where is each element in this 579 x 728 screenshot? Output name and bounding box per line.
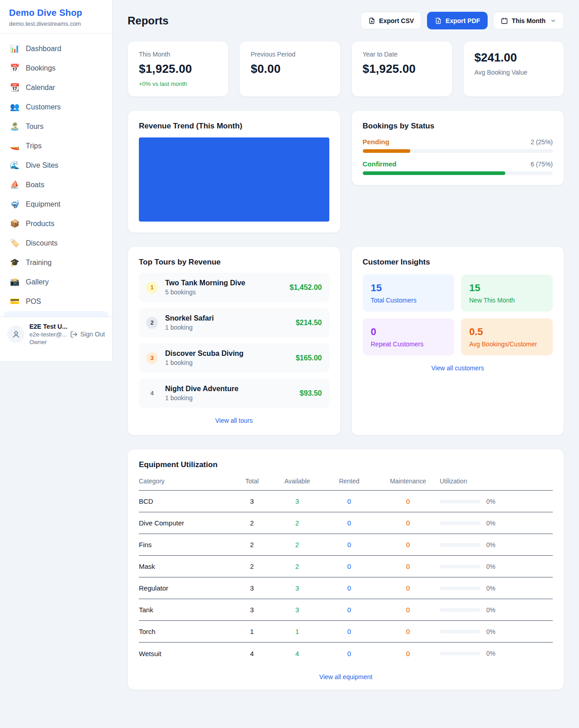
calendar-outline-icon	[501, 17, 508, 24]
user-info: E2E Test U... e2e-tester@... Owner	[29, 323, 65, 345]
shop-domain: demo.test.divestreams.com	[9, 20, 103, 27]
tour-amount: $93.50	[300, 389, 322, 397]
tours-island-icon: 🏝️	[10, 123, 19, 130]
stat-value: $1,925.00	[139, 62, 217, 76]
wave-icon: 🌊	[10, 161, 19, 169]
charts-row: Revenue Trend (This Month) Bookings by S…	[128, 110, 564, 233]
shop-name[interactable]: Demo Dive Shop	[9, 8, 103, 18]
progress-fill	[363, 171, 505, 175]
sidebar-item-gallery[interactable]: 📸 Gallery	[4, 272, 109, 292]
utilization-bar	[440, 500, 480, 503]
sidebar-item-discounts[interactable]: 🏷️ Discounts	[4, 233, 109, 253]
customers-icon: 👥	[10, 103, 19, 111]
sidebar-item-pos[interactable]: 💳 POS	[4, 292, 109, 311]
bookings-calendar-icon: 📅	[10, 64, 19, 72]
stat-value: $1,925.00	[363, 62, 441, 76]
top-tours-title: Top Tours by Revenue	[139, 258, 329, 267]
sidebar-item-boats[interactable]: ⛵ Boats	[4, 175, 109, 194]
avatar	[7, 326, 24, 343]
tour-name: Night Dive Adventure	[165, 385, 238, 393]
sidebar-item-products[interactable]: 📦 Products	[4, 214, 109, 233]
table-row: BCD 3 3 0 0 0%	[139, 491, 553, 512]
sidebar-item-equipment[interactable]: 🤿 Equipment	[4, 194, 109, 214]
status-label: Pending	[363, 138, 389, 146]
stat-delta: +0% vs last month	[139, 80, 217, 87]
stat-value: $0.00	[251, 62, 329, 76]
sidebar-item-training[interactable]: 🎓 Training	[4, 253, 109, 272]
stat-card-year-to-date: Year to Date $1,925.00	[351, 41, 452, 97]
export-csv-button[interactable]: Export CSV	[361, 12, 422, 29]
tile-avg-bookings-customer: 0.5 Avg Bookings/Customer	[461, 318, 553, 355]
bookings-by-status-card: Bookings by Status Pending 2 (25%) Confi…	[351, 110, 565, 185]
status-value: 6 (75%)	[531, 161, 553, 168]
progress-track	[363, 171, 553, 175]
equipment-utilization-card: Equipment Utilization Category Total Ava…	[128, 449, 564, 690]
tour-row: 4 Night Dive Adventure 1 booking $93.50	[139, 378, 329, 408]
revenue-trend-title: Revenue Trend (This Month)	[139, 122, 329, 131]
status-row-confirmed: Confirmed 6 (75%)	[363, 160, 553, 175]
utilization-bar	[440, 652, 480, 655]
dive-mask-icon: 🤿	[10, 200, 19, 208]
export-pdf-button[interactable]: Export PDF	[427, 12, 488, 29]
page-header: Reports Export CSV Export PDF This Month	[128, 12, 564, 29]
sidebar-item-calendar[interactable]: 📆 Calendar	[4, 78, 109, 97]
user-name: E2E Test U...	[29, 323, 65, 330]
tour-amount: $214.50	[296, 319, 322, 327]
table-header: Category Total Available Rented Maintena…	[139, 477, 553, 491]
tile-new-this-month: 15 New This Month	[461, 274, 553, 312]
table-row: Tank 3 3 0 0 0%	[139, 599, 553, 621]
stat-card-previous-period: Previous Period $0.00	[239, 41, 340, 97]
status-row-pending: Pending 2 (25%)	[363, 138, 553, 153]
stat-value: $241.00	[475, 51, 553, 65]
sidebar-user-footer: E2E Test U... e2e-tester@... Owner Sign …	[0, 317, 112, 351]
chevron-down-icon	[550, 18, 556, 24]
package-icon: 📦	[10, 220, 19, 227]
customer-insights-card: Customer Insights 15 Total Customers 15 …	[351, 246, 565, 435]
table-row: Wetsuit 4 4 0 0 0%	[139, 643, 553, 664]
sidebar: Demo Dive Shop demo.test.divestreams.com…	[0, 0, 113, 361]
sidebar-item-dashboard[interactable]: 📊 Dashboard	[4, 39, 109, 58]
tile-total-customers: 15 Total Customers	[363, 274, 455, 312]
user-email: e2e-tester@...	[29, 331, 65, 338]
status-label: Confirmed	[363, 160, 397, 168]
sign-out-button[interactable]: Sign Out	[70, 331, 105, 338]
utilization-bar	[440, 521, 480, 525]
equipment-utilization-title: Equipment Utilization	[139, 460, 553, 469]
tour-name: Discover Scuba Diving	[165, 350, 243, 358]
utilization-bar	[440, 608, 480, 612]
period-dropdown[interactable]: This Month	[493, 12, 564, 29]
page-title: Reports	[128, 14, 169, 27]
revenue-trend-card: Revenue Trend (This Month)	[128, 110, 341, 233]
rank-badge: 4	[146, 388, 158, 399]
view-all-customers-link[interactable]: View all customers	[363, 364, 553, 372]
progress-fill	[363, 149, 410, 153]
view-all-tours-link[interactable]: View all tours	[139, 417, 329, 424]
sidebar-item-dive-sites[interactable]: 🌊 Dive Sites	[4, 156, 109, 175]
rank-badge: 3	[146, 352, 158, 364]
tile-repeat-customers: 0 Repeat Customers	[363, 318, 455, 355]
file-pdf-icon	[435, 17, 442, 24]
tour-amount: $1,452.00	[290, 284, 322, 292]
progress-track	[363, 149, 553, 153]
revenue-trend-chart	[139, 137, 329, 222]
sidebar-item-trips[interactable]: 🚤 Trips	[4, 136, 109, 156]
sidebar-item-reports-clipped[interactable]	[4, 311, 109, 317]
table-row: Dive Computer 2 2 0 0 0%	[139, 512, 553, 534]
sidebar-item-bookings[interactable]: 📅 Bookings	[4, 58, 109, 78]
sidebar-item-customers[interactable]: 👥 Customers	[4, 97, 109, 117]
view-all-equipment-link[interactable]: View all equipment	[139, 673, 553, 681]
tour-name: Snorkel Safari	[165, 314, 214, 322]
main-content: Reports Export CSV Export PDF This Month…	[113, 0, 579, 710]
sidebar-item-tours[interactable]: 🏝️ Tours	[4, 117, 109, 136]
stats-row: This Month $1,925.00 +0% vs last month P…	[128, 41, 564, 97]
person-icon	[12, 330, 20, 339]
stat-card-avg-booking-value: $241.00 Avg Booking Value	[463, 41, 564, 97]
file-csv-icon	[368, 17, 375, 24]
header-actions: Export CSV Export PDF This Month	[361, 12, 564, 29]
tag-icon: 🏷️	[10, 239, 19, 247]
sidebar-nav: 📊 Dashboard 📅 Bookings 📆 Calendar 👥 Cust…	[0, 33, 112, 311]
camera-icon: 📸	[10, 278, 19, 286]
table-row: Regulator 3 3 0 0 0%	[139, 577, 553, 599]
tour-amount: $165.00	[296, 354, 322, 362]
table-row: Mask 2 2 0 0 0%	[139, 556, 553, 577]
